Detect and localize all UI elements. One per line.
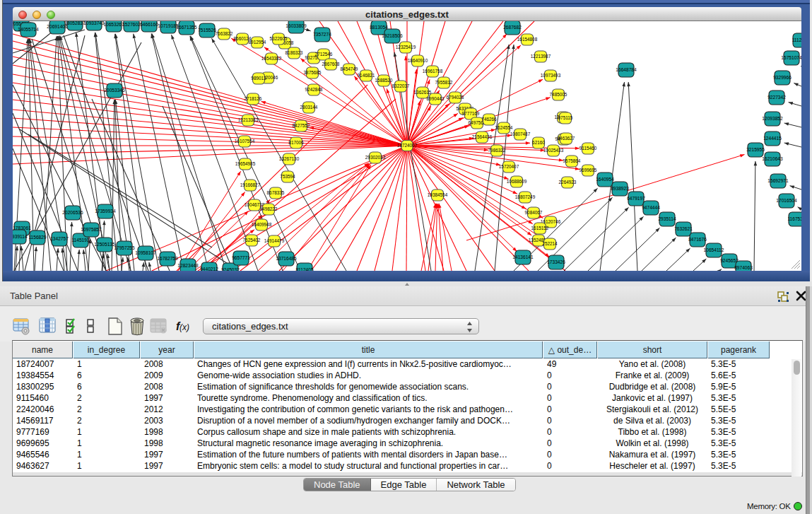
svg-text:10025433: 10025433	[543, 148, 564, 153]
svg-text:20053346: 20053346	[104, 88, 125, 93]
svg-text:19166827: 19166827	[240, 182, 261, 187]
svg-text:16033809: 16033809	[286, 23, 307, 28]
svg-text:12823448: 12823448	[177, 263, 199, 268]
svg-text:9575864: 9575864	[563, 158, 581, 163]
svg-text:3215955: 3215955	[746, 147, 765, 152]
svg-text:17016504: 17016504	[776, 198, 797, 203]
svg-text:2718126: 2718126	[245, 96, 262, 101]
svg-text:753594: 753594	[280, 174, 295, 179]
svg-text:7663822: 7663822	[216, 31, 233, 36]
svg-text:7632621: 7632621	[674, 226, 693, 231]
svg-text:8990443: 8990443	[427, 96, 445, 101]
svg-text:10933743: 10933743	[83, 21, 105, 25]
svg-text:18807249: 18807249	[515, 194, 536, 199]
svg-text:10688609: 10688609	[507, 179, 527, 184]
svg-text:1112843: 1112843	[792, 37, 801, 42]
svg-text:5322605: 5322605	[270, 36, 288, 41]
svg-text:16782759: 16782759	[157, 256, 178, 261]
svg-text:1527602: 1527602	[122, 22, 141, 27]
svg-text:1362615: 1362615	[414, 90, 432, 95]
svg-text:10975857: 10975857	[81, 227, 102, 232]
svg-text:8471676: 8471676	[688, 237, 707, 242]
svg-text:9115460: 9115460	[579, 146, 597, 151]
svg-text:1640954: 1640954	[596, 177, 614, 182]
svg-text:18640910: 18640910	[408, 58, 428, 63]
svg-text:14055714: 14055714	[18, 27, 39, 32]
svg-text:19218506: 19218506	[382, 33, 403, 38]
svg-text:16961758: 16961758	[423, 69, 443, 74]
svg-text:9699695: 9699695	[579, 168, 597, 173]
svg-text:29302033: 29302033	[365, 155, 386, 160]
svg-text:9146821: 9146821	[358, 73, 375, 78]
svg-text:18724007: 18724007	[397, 143, 418, 148]
svg-text:8186323: 8186323	[286, 50, 303, 55]
svg-text:16543382: 16543382	[261, 56, 282, 61]
svg-text:6794028: 6794028	[447, 95, 464, 100]
svg-text:2264923: 2264923	[559, 180, 577, 185]
svg-text:1588520: 1588520	[375, 78, 393, 83]
svg-text:16648784: 16648784	[616, 67, 637, 72]
svg-text:989013: 989013	[251, 76, 266, 81]
svg-text:9474444: 9474444	[642, 205, 660, 210]
svg-text:9242848: 9242848	[305, 87, 323, 92]
svg-text:7625402: 7625402	[243, 238, 261, 243]
svg-text:2935114: 2935114	[658, 216, 676, 221]
svg-text:62160: 62160	[532, 140, 545, 145]
svg-text:12505135: 12505135	[94, 242, 115, 247]
svg-text:8112405: 8112405	[295, 267, 314, 271]
svg-text:2712546: 2712546	[315, 52, 333, 57]
svg-text:6466160: 6466160	[140, 22, 158, 27]
svg-text:16671355: 16671355	[176, 25, 197, 30]
svg-text:9245032: 9245032	[221, 267, 240, 271]
svg-text:13267130: 13267130	[279, 156, 300, 161]
svg-text:8498222: 8498222	[260, 206, 278, 211]
svg-text:3624554: 3624554	[495, 125, 513, 130]
svg-text:16409948: 16409948	[252, 222, 272, 227]
svg-text:10973493: 10973493	[541, 73, 561, 78]
svg-text:10958107: 10958107	[135, 250, 156, 255]
svg-text:10654112: 10654112	[704, 247, 724, 252]
svg-text:7515526: 7515526	[198, 28, 216, 33]
svg-text:15692971: 15692971	[767, 178, 789, 183]
svg-text:3875685: 3875685	[304, 70, 322, 75]
svg-text:8938923: 8938923	[611, 186, 629, 191]
svg-text:1342757: 1342757	[50, 236, 69, 241]
svg-text:9440212: 9440212	[200, 267, 218, 271]
svg-text:1156829: 1156829	[28, 235, 47, 240]
svg-text:8912954: 8912954	[249, 40, 266, 45]
svg-text:12213987: 12213987	[531, 54, 551, 59]
svg-text:1615152: 1615152	[531, 226, 549, 230]
svg-text:9463627: 9463627	[558, 136, 575, 141]
svg-text:817006: 817006	[288, 140, 304, 145]
svg-text:746266: 746266	[481, 117, 497, 122]
svg-text:6479197: 6479197	[627, 196, 645, 201]
svg-text:14136141: 14136141	[512, 255, 534, 259]
svg-text:10653267: 10653267	[103, 22, 124, 27]
svg-text:8813054: 8813054	[370, 25, 388, 30]
svg-text:10807487: 10807487	[510, 132, 531, 136]
svg-text:7357274: 7357274	[313, 32, 331, 37]
svg-text:19654985: 19654985	[235, 161, 256, 166]
svg-text:7955812: 7955812	[435, 80, 453, 85]
svg-text:9657771: 9657771	[232, 255, 250, 260]
svg-text:16107554: 16107554	[235, 139, 255, 144]
svg-text:8427552: 8427552	[293, 123, 310, 128]
svg-text:12325419: 12325419	[396, 45, 416, 49]
svg-text:(x): (x)	[180, 322, 189, 332]
svg-text:9329966: 9329966	[773, 75, 792, 80]
svg-text:975115: 975115	[558, 115, 573, 120]
svg-text:16210643: 16210643	[762, 156, 783, 161]
svg-text:14914479: 14914479	[264, 238, 285, 243]
svg-text:8974063: 8974063	[734, 265, 753, 270]
svg-text:8454749: 8454749	[341, 66, 358, 71]
svg-text:21564436: 21564436	[472, 134, 493, 139]
svg-text:18052837: 18052837	[64, 21, 86, 25]
svg-text:8678335: 8678335	[267, 190, 285, 195]
svg-text:12093852: 12093852	[762, 116, 783, 121]
svg-text:1145193: 1145193	[71, 238, 90, 243]
svg-text:1167533: 1167533	[787, 216, 801, 221]
svg-text:9777169: 9777169	[462, 111, 480, 116]
svg-text:252214: 252214	[542, 241, 558, 246]
svg-text:8322037: 8322037	[392, 83, 410, 88]
svg-text:9084067: 9084067	[525, 210, 543, 215]
